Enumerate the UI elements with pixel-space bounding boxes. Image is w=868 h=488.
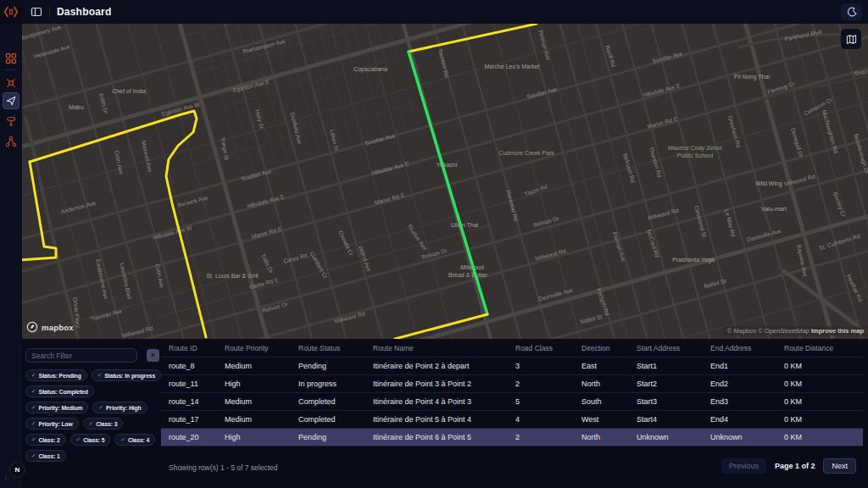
compass-north-button[interactable]: N <box>9 462 25 478</box>
column-header[interactable]: Route Name <box>365 339 508 358</box>
bottom-panel: × ✓Status: Pending✓Status: In progress✓S… <box>0 339 868 488</box>
table-row[interactable]: route_14MediumCompletedItinéraire de Poi… <box>161 393 863 411</box>
table-cell: High <box>217 429 291 446</box>
filter-chip[interactable]: ✓Status: Pending <box>25 369 87 381</box>
column-header[interactable]: Direction <box>574 339 629 358</box>
table-row[interactable]: route_11HighIn progressItinéraire de Poi… <box>161 375 863 393</box>
mapbox-logo[interactable]: mapbox <box>26 321 74 333</box>
table-cell: Start1 <box>629 358 703 375</box>
filter-chip-label: Priority: Medium <box>38 405 82 411</box>
sidebar-toggle-icon[interactable] <box>31 6 42 18</box>
table-row[interactable]: route_20HighPendingItinéraire de Point 6… <box>161 429 863 446</box>
filter-chip-label: Class: 2 <box>38 437 59 443</box>
filter-chip-list: ✓Status: Pending✓Status: In progress✓Sta… <box>25 369 161 462</box>
map-style-button[interactable] <box>841 29 861 49</box>
paper-plane-icon <box>6 96 16 106</box>
check-icon: ✓ <box>120 436 125 443</box>
map-label: Public School <box>677 152 714 158</box>
filter-chip[interactable]: ✓Class: 2 <box>25 434 66 446</box>
table-cell: Medium <box>217 358 291 375</box>
filter-chip-label: Class: 3 <box>96 421 117 427</box>
map-label: Cudmore Creek Park <box>498 150 554 156</box>
table-cell: Unknown <box>629 429 703 446</box>
filter-chip[interactable]: ✓Class: 5 <box>70 434 111 446</box>
filter-chip[interactable]: ✓Class: 1 <box>25 450 66 462</box>
filter-chip[interactable]: ✓Class: 4 <box>114 434 155 446</box>
filter-chip-row: ✓Class: 2✓Class: 5✓Class: 4 <box>25 434 161 446</box>
column-header[interactable]: Route Priority <box>217 339 291 358</box>
table-cell: Itinéraire de Point 5 à Point 4 <box>365 411 508 429</box>
routes-table-container: Route IDRoute PriorityRoute StatusRoute … <box>161 339 868 488</box>
mini-moon-glyph: ☾ <box>4 474 10 482</box>
table-cell: Start2 <box>629 375 703 393</box>
map-label: Copacabana <box>353 66 387 73</box>
search-input[interactable] <box>25 348 137 363</box>
check-icon: ✓ <box>89 420 93 427</box>
improve-map-link[interactable]: Improve this map <box>811 327 864 335</box>
map-label: Yukashi <box>437 162 458 168</box>
filter-chip[interactable]: ✓Priority: Medium <box>25 402 88 413</box>
attribution-text: © Mapbox © OpenStreetMap <box>727 327 810 335</box>
table-cell: High <box>217 375 291 393</box>
table-cell: 2 <box>508 375 574 393</box>
column-header[interactable]: End Address <box>703 339 776 358</box>
table-cell: route_17 <box>161 411 217 429</box>
table-cell: North <box>574 429 629 446</box>
check-icon: ✓ <box>98 404 103 411</box>
table-cell: Itinéraire de Point 4 à Point 3 <box>365 393 508 411</box>
map-label: St. Louis Bar & Grill <box>206 273 259 279</box>
icon-sidebar <box>0 24 22 488</box>
filter-chip[interactable]: ✓Priority: Low <box>25 418 79 430</box>
table-row[interactable]: route_17MediumCompletedItinéraire de Poi… <box>161 411 863 429</box>
previous-page-button[interactable]: Previous <box>721 458 766 474</box>
table-header-row: Route IDRoute PriorityRoute StatusRoute … <box>161 339 863 358</box>
column-header[interactable]: Road Class <box>508 339 574 358</box>
map-icon <box>846 34 857 45</box>
dashboard-grid-icon[interactable] <box>5 53 17 64</box>
routes-table: Route IDRoute PriorityRoute StatusRoute … <box>161 339 863 446</box>
antenna-icon[interactable] <box>5 115 17 127</box>
filter-chip[interactable]: ✓Status: Completed <box>25 385 94 397</box>
sidebar-item-routes-active[interactable] <box>3 92 19 109</box>
table-cell: End4 <box>703 411 776 429</box>
table-cell: 0 KM <box>776 358 863 375</box>
table-cell: Completed <box>291 393 365 411</box>
column-header[interactable]: Route ID <box>161 339 217 358</box>
filter-chip-label: Status: In progress <box>104 373 155 379</box>
map-label: Maurice Cody Junior <box>668 145 723 152</box>
map-label: Pii Nong Thai <box>734 74 770 80</box>
next-page-button[interactable]: Next <box>823 458 856 474</box>
map-canvas[interactable]: Montgomery AveHelendale AveRoehampton Av… <box>22 24 868 339</box>
dark-mode-toggle[interactable] <box>841 3 862 20</box>
network-icon[interactable] <box>5 136 17 147</box>
table-cell: Itinéraire de Point 2 à depart <box>365 358 508 375</box>
filter-chip[interactable]: ✓Class: 3 <box>83 418 124 430</box>
pagination: Previous Page 1 of 2 Next <box>721 458 856 474</box>
filter-chip-label: Priority: Low <box>38 421 72 427</box>
check-icon: ✓ <box>31 420 36 427</box>
column-header[interactable]: Route Status <box>291 339 365 358</box>
table-cell: 0 KM <box>776 393 863 411</box>
filter-chip[interactable]: ✓Status: In progress <box>92 369 162 381</box>
clear-filter-button[interactable]: × <box>147 349 159 362</box>
filter-chip-row: ✓Status: Pending✓Status: In progress <box>25 369 161 381</box>
table-row[interactable]: route_8MediumPendingItinéraire de Point … <box>161 358 863 375</box>
column-header[interactable]: Start Address <box>629 339 703 358</box>
mapbox-icon <box>26 321 38 333</box>
compass-control[interactable]: N <box>9 462 26 479</box>
filter-chip-label: Status: Pending <box>38 373 81 379</box>
moon-icon <box>847 7 857 17</box>
column-header[interactable]: Route Distance <box>776 339 863 358</box>
bug-icon[interactable] <box>5 77 17 89</box>
table-cell: West <box>574 411 629 429</box>
map-attribution[interactable]: © Mapbox © OpenStreetMap Improve this ma… <box>723 326 868 336</box>
map-label: Valu-mart <box>761 206 787 212</box>
filter-chip-label: Class: 4 <box>128 437 149 443</box>
sidebar-divider <box>5 69 17 70</box>
map-label: Prashanta Yoga <box>672 257 715 263</box>
app-logo[interactable] <box>0 0 22 24</box>
filter-chip[interactable]: ✓Priority: High <box>92 402 147 413</box>
filter-chip-row: ✓Status: Completed <box>25 385 161 397</box>
table-cell: Start3 <box>629 393 703 411</box>
table-cell: 4 <box>508 411 574 429</box>
